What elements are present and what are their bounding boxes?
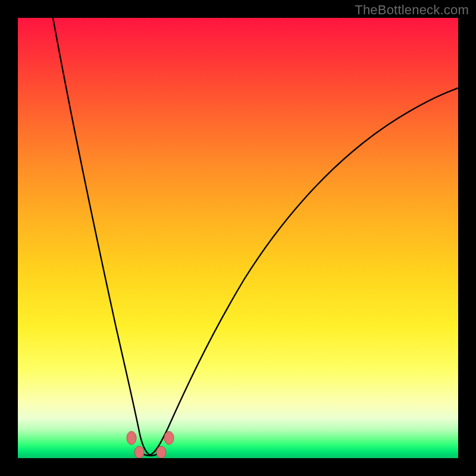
plot-area — [18, 18, 458, 458]
heat-gradient-background — [18, 18, 458, 458]
watermark-text: TheBottleneck.com — [355, 2, 469, 18]
